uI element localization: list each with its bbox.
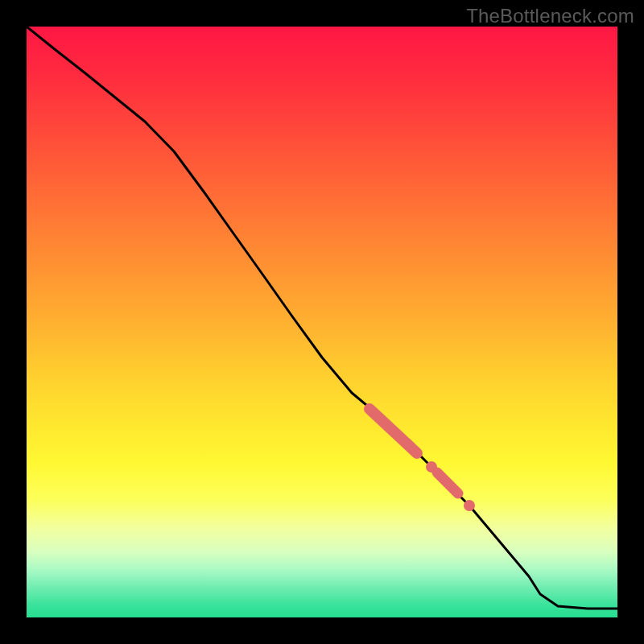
highlight-segment-2 <box>437 473 458 493</box>
highlight-dot-2 <box>464 500 475 511</box>
plot-area <box>27 27 617 617</box>
watermark-text: TheBottleneck.com <box>466 5 634 27</box>
bottleneck-curve <box>27 27 617 609</box>
highlight-segment-1 <box>369 409 417 453</box>
chart-frame: TheBottleneck.com <box>0 0 644 644</box>
chart-overlay <box>27 27 617 617</box>
